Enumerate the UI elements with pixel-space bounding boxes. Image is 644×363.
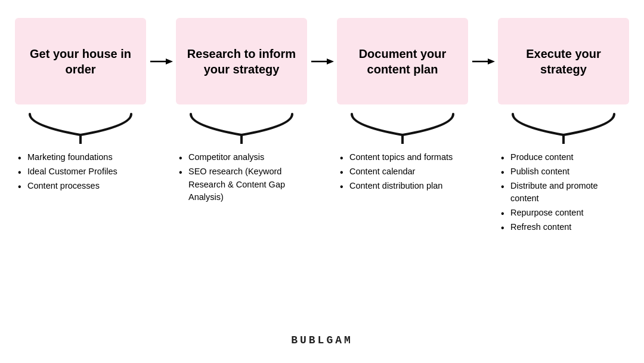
list-item: Refresh content (501, 221, 626, 234)
list-item: SEO research (Keyword Research & Content… (179, 165, 304, 204)
arrow-1 (146, 56, 176, 67)
brace-3 (337, 109, 468, 145)
step-title-2: Research to inform your strategy (185, 46, 298, 77)
step-title-4: Execute your strategy (507, 46, 620, 77)
svg-marker-3 (327, 59, 334, 64)
boxes-row: Get your house in order Research to info… (18, 18, 626, 104)
list-item: Repurpose content (501, 207, 626, 220)
list-item: Competitor analysis (179, 151, 304, 164)
list-item: Content distribution plan (340, 180, 465, 193)
step-title-1: Get your house in order (24, 46, 137, 77)
list-item: Publish content (501, 165, 626, 179)
bullet-list-container-4: Produce content Publish content Distribu… (498, 151, 629, 235)
braces-row (18, 109, 626, 145)
list-item: Distribute and promote content (501, 180, 626, 206)
step-box-4: Execute your strategy (498, 18, 629, 104)
main-container: Get your house in order Research to info… (0, 0, 644, 363)
list-item: Produce content (501, 151, 626, 164)
list-item: Content calendar (340, 165, 465, 179)
bullet-list-container-2: Competitor analysis SEO research (Keywor… (176, 151, 307, 205)
bullet-list-4: Produce content Publish content Distribu… (501, 151, 626, 234)
brace-1 (15, 109, 146, 145)
list-item: Ideal Customer Profiles (18, 165, 143, 179)
list-item: Marketing foundations (18, 151, 143, 164)
svg-marker-5 (488, 59, 495, 64)
step-title-3: Document your content plan (346, 46, 459, 77)
bullet-list-3: Content topics and formats Content calen… (340, 151, 465, 192)
step-box-2: Research to inform your strategy (176, 18, 307, 104)
bullet-list-2: Competitor analysis SEO research (Keywor… (179, 151, 304, 204)
list-item: Content topics and formats (340, 151, 465, 164)
watermark: BUBLGAM (291, 334, 353, 346)
bullet-list-container-1: Marketing foundations Ideal Customer Pro… (15, 151, 146, 193)
step-box-3: Document your content plan (337, 18, 468, 104)
arrow-3 (468, 56, 498, 67)
brace-2 (176, 109, 307, 145)
svg-marker-1 (166, 59, 173, 64)
lists-row: Marketing foundations Ideal Customer Pro… (18, 151, 626, 235)
arrow-2 (307, 56, 337, 67)
bullet-list-container-3: Content topics and formats Content calen… (337, 151, 468, 193)
list-item: Content processes (18, 180, 143, 193)
bullet-list-1: Marketing foundations Ideal Customer Pro… (18, 151, 143, 192)
step-box-1: Get your house in order (15, 18, 146, 104)
brace-4 (498, 109, 629, 145)
